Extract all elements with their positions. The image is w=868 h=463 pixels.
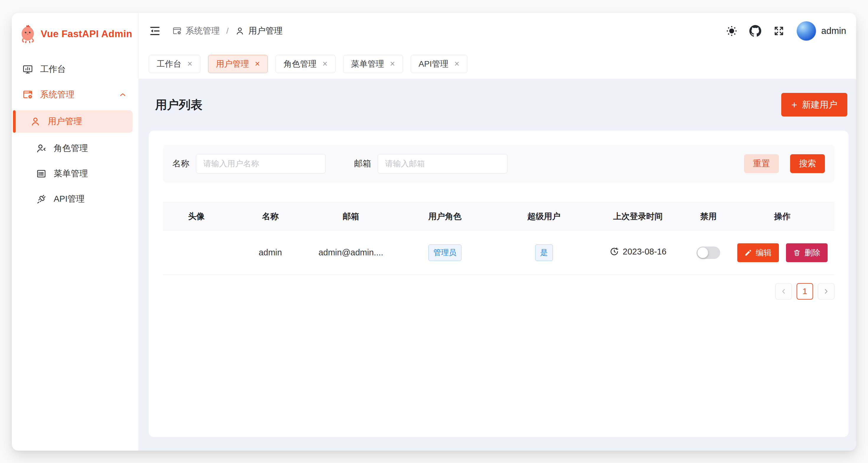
sidebar-item-users[interactable]: 用户管理 <box>13 110 132 133</box>
tab-close-icon[interactable]: × <box>390 60 395 68</box>
sidebar-item-label: 用户管理 <box>48 115 82 127</box>
column-header-role: 用户角色 <box>391 202 499 231</box>
tab-close-icon[interactable]: × <box>187 60 192 68</box>
create-user-button[interactable]: + 新建用户 <box>781 93 847 117</box>
name-cell: admin <box>230 231 311 275</box>
system-gear-icon <box>172 26 182 36</box>
tab-workbench[interactable]: 工作台 × <box>149 55 200 73</box>
avatar-cell <box>163 231 230 275</box>
sidebar-item-roles[interactable]: 角色管理 <box>18 139 132 158</box>
api-plug-icon <box>36 194 46 204</box>
sidebar-item-label: 系统管理 <box>40 89 74 101</box>
brand[interactable]: Vue FastAPI Admin <box>12 13 138 51</box>
breadcrumb-label: 用户管理 <box>248 25 283 37</box>
menu-fold-icon <box>149 25 161 37</box>
tab-label: API管理 <box>418 58 448 70</box>
column-header-avatar: 头像 <box>163 202 230 231</box>
reset-button[interactable]: 重置 <box>744 154 779 173</box>
username-label[interactable]: admin <box>822 26 846 36</box>
table-header-row: 头像 名称 邮箱 用户角色 超级用户 上次登录时间 禁用 操作 <box>163 202 834 231</box>
tab-close-icon[interactable]: × <box>454 60 459 68</box>
page-title: 用户列表 <box>155 97 203 113</box>
lastlogin-cell: 2023-08-16 <box>589 231 687 275</box>
actions-cell: 编辑 删除 <box>730 231 834 275</box>
superuser-tag: 是 <box>535 244 553 261</box>
email-filter-input[interactable] <box>378 154 507 173</box>
tab-label: 菜单管理 <box>351 58 384 70</box>
tab-close-icon[interactable]: × <box>255 60 260 68</box>
role-user-icon <box>36 143 46 154</box>
tab-strip: 工作台 × 用户管理 × 角色管理 × 菜单管理 × API管理 × <box>139 49 856 79</box>
theme-toggle-button[interactable] <box>722 22 741 40</box>
tab-label: 角色管理 <box>283 58 317 70</box>
breadcrumb-item-system[interactable]: 系统管理 <box>172 25 220 37</box>
sidebar-item-api[interactable]: API管理 <box>18 189 132 209</box>
breadcrumb-label: 系统管理 <box>186 25 220 37</box>
table-card: 名称 邮箱 重置 搜索 <box>149 131 848 437</box>
main-column: 系统管理 / 用户管理 <box>139 13 856 451</box>
menu-list-icon <box>36 168 46 179</box>
sidebar-item-workbench[interactable]: 工作台 <box>18 60 132 79</box>
breadcrumb-item-users[interactable]: 用户管理 <box>235 25 283 37</box>
name-filter-label: 名称 <box>172 158 189 170</box>
system-gear-icon <box>23 89 33 100</box>
email-filter-label: 邮箱 <box>354 158 371 170</box>
tab-users[interactable]: 用户管理 × <box>208 55 268 73</box>
pagination-prev-button[interactable] <box>775 283 792 300</box>
name-filter-input[interactable] <box>196 154 326 173</box>
pencil-icon <box>744 249 752 257</box>
user-icon <box>235 26 245 36</box>
sidebar-item-label: 角色管理 <box>54 142 88 154</box>
table-row: admin admin@admin.... 管理员 是 <box>163 231 834 275</box>
topbar: 系统管理 / 用户管理 <box>139 13 856 49</box>
page-header: 用户列表 + 新建用户 <box>149 79 848 131</box>
pagination-next-button[interactable] <box>818 283 834 300</box>
clock-history-icon <box>610 247 619 256</box>
brand-title: Vue FastAPI Admin <box>41 28 132 39</box>
role-tag: 管理员 <box>428 244 461 261</box>
tab-api[interactable]: API管理 × <box>411 55 467 73</box>
user-icon <box>30 116 41 127</box>
sun-icon <box>726 25 738 37</box>
column-header-actions: 操作 <box>730 202 834 231</box>
edit-button[interactable]: 编辑 <box>737 243 779 262</box>
tab-close-icon[interactable]: × <box>322 60 328 68</box>
user-avatar[interactable] <box>797 21 816 41</box>
delete-button[interactable]: 删除 <box>786 243 828 262</box>
sidebar-item-label: 工作台 <box>40 63 66 75</box>
fullscreen-button[interactable] <box>770 22 788 40</box>
users-table: 头像 名称 邮箱 用户角色 超级用户 上次登录时间 禁用 操作 <box>163 202 834 275</box>
tab-label: 工作台 <box>157 58 181 70</box>
pagination-page-1[interactable]: 1 <box>797 283 813 300</box>
sidebar-item-label: 菜单管理 <box>54 168 88 179</box>
column-header-name: 名称 <box>230 202 311 231</box>
sidebar-collapse-button[interactable] <box>149 25 161 37</box>
role-cell: 管理员 <box>391 231 499 275</box>
fullscreen-expand-icon <box>773 25 784 37</box>
lastlogin-value: 2023-08-16 <box>623 247 666 257</box>
github-link[interactable] <box>746 22 765 40</box>
chevron-up-icon <box>118 90 127 99</box>
brand-logo-chick-icon <box>21 25 35 43</box>
search-button[interactable]: 搜索 <box>790 154 825 173</box>
chevron-right-icon <box>822 288 830 295</box>
column-header-superuser: 超级用户 <box>499 202 589 231</box>
tab-roles[interactable]: 角色管理 × <box>276 55 336 73</box>
superuser-cell: 是 <box>499 231 589 275</box>
sidebar: Vue FastAPI Admin 工作台 系统管理 <box>12 13 139 451</box>
app-window: Vue FastAPI Admin 工作台 系统管理 <box>12 13 856 451</box>
plus-icon: + <box>791 100 797 110</box>
breadcrumb-separator: / <box>226 26 229 36</box>
column-header-lastlogin: 上次登录时间 <box>589 202 687 231</box>
github-icon <box>749 25 762 37</box>
tab-label: 用户管理 <box>216 58 249 70</box>
sidebar-item-menus[interactable]: 菜单管理 <box>18 164 132 184</box>
content-area: 用户列表 + 新建用户 名称 邮箱 重置 搜索 <box>139 79 856 451</box>
disabled-toggle[interactable] <box>696 246 720 259</box>
sidebar-item-system[interactable]: 系统管理 <box>18 85 132 104</box>
tab-menus[interactable]: 菜单管理 × <box>343 55 403 73</box>
workbench-icon <box>23 64 33 75</box>
trash-icon <box>793 249 801 257</box>
disabled-cell <box>687 231 730 275</box>
column-header-email: 邮箱 <box>311 202 391 231</box>
